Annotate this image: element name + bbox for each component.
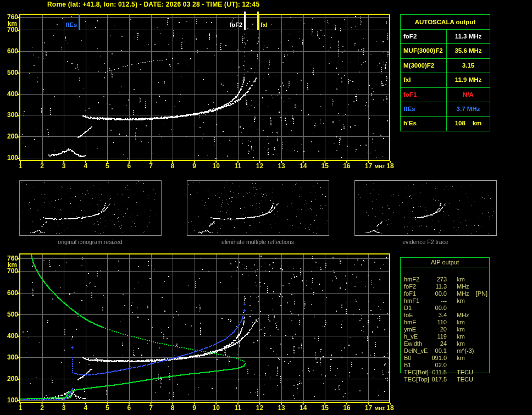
- aip-row-value: 02.0: [431, 362, 447, 369]
- aip-row-b0: B0091.0km: [400, 355, 494, 362]
- autoscala-row-fxi: fxI11.9 MHz: [401, 73, 490, 87]
- aip-row-fof1: foF100.0MHz[PN]: [400, 290, 494, 297]
- aip-row-unit: km: [457, 276, 465, 283]
- aip-row-value: 3.4: [431, 312, 447, 319]
- autoscala-row-fof2: foF211.3 MHz: [401, 29, 490, 43]
- aip-row-value: 119: [431, 333, 447, 340]
- aip-row-name: hmE: [404, 319, 431, 326]
- autoscala-row-value: 11.9 MHz: [447, 73, 490, 87]
- page-title: Rome (lat: +41.8, lon: 012.5) - DATE: 20…: [47, 1, 259, 8]
- aip-row-hmf1: hmF1---km: [400, 297, 494, 305]
- aip-row-name: DelN_vE: [404, 347, 431, 355]
- aip-row-value: 20: [431, 326, 447, 333]
- aip-row-name: ymE: [404, 326, 431, 333]
- autoscala-row-value: N/A: [447, 88, 490, 102]
- aip-row-unit: m^(-3): [457, 347, 474, 355]
- aip-row-value: 00.0: [431, 305, 447, 312]
- panel-caption-original: original ionogram resized: [19, 239, 161, 245]
- aip-row-unit: TECU: [457, 376, 473, 383]
- autoscala-table-rows: foF211.3 MHzMUF(3000)F235.6 MHzM(3000)F2…: [401, 29, 490, 131]
- aip-row-yme: ymE20km: [400, 326, 494, 333]
- aip-row-hme: hmE110km: [400, 319, 494, 326]
- aip-row-unit: TECU: [457, 369, 473, 376]
- autoscala-row-muf-3000-f2: MUF(3000)F235.6 MHz: [401, 43, 490, 58]
- aip-row-name: hmF1: [404, 297, 431, 305]
- autoscala-row-label: fxI: [401, 73, 447, 87]
- aip-row-name: B1: [404, 362, 431, 369]
- aip-row-name: hmF2: [404, 276, 431, 283]
- aip-table-rows: hmF2273kmfoF211.3MHzfoF100.0MHz[PN]hmF1-…: [400, 276, 494, 383]
- aip-row-value: 017.5: [431, 376, 447, 383]
- aip-row-value: 00.1: [431, 347, 447, 355]
- autoscala-table-header: AUTOSCALA output: [401, 15, 490, 29]
- autoscala-row-value: 3.15: [447, 59, 490, 73]
- autoscala-row-label: foF2: [401, 30, 447, 43]
- panel-caption-evidence: evidence F2 trace: [354, 239, 496, 245]
- aip-row-foe: foE3.4MHz: [400, 312, 494, 319]
- aip-row-value: 273: [431, 276, 447, 283]
- aip-row-name: foF2: [404, 283, 431, 290]
- aip-row-name: Ewidth: [404, 340, 431, 347]
- aip-row-b1: B102.0: [400, 362, 494, 369]
- aip-row-unit: km: [457, 326, 465, 333]
- autoscala-output-table: AUTOSCALA output foF211.3 MHzMUF(3000)F2…: [400, 14, 490, 131]
- aip-row-unit: MHz: [457, 283, 469, 290]
- aip-row-name: TEC[Bot]: [404, 369, 431, 376]
- aip-row-value: 011.5: [431, 369, 447, 376]
- autoscala-row-label: foF1: [401, 88, 447, 102]
- aip-row-hmf2: hmF2273km: [400, 276, 494, 283]
- aip-row-deln-ve: DelN_vE00.1m^(-3): [400, 347, 494, 355]
- panel-caption-eliminate: eliminate multiple reflections: [187, 239, 329, 245]
- aip-row-unit: km: [457, 355, 465, 362]
- aip-row-name: TEC[Top]: [404, 376, 431, 383]
- aip-row-unit: MHz: [457, 290, 469, 297]
- aip-row-value: 091.0: [431, 355, 447, 362]
- aip-row-value: 24: [431, 340, 447, 347]
- aip-row-tec-bot-: TEC[Bot]011.5TECU: [400, 369, 494, 376]
- autoscala-row-value: 35.6 MHz: [447, 44, 490, 58]
- aip-row-h-ve: h_vE119km: [400, 333, 494, 340]
- aip-row-name: h_vE: [404, 333, 431, 340]
- aip-row-name: D1: [404, 305, 431, 312]
- autoscala-row-value: 3.7 MHz: [447, 102, 490, 116]
- aip-row-name: foF1: [404, 290, 431, 297]
- autoscala-row-m-3000-f2: M(3000)F23.15: [401, 58, 490, 73]
- aip-row-fof2: foF211.3MHz: [400, 283, 494, 290]
- aip-row-unit: km: [457, 319, 465, 326]
- autoscala-row-label: ftEs: [401, 102, 447, 116]
- autoscala-row-label: h'Es: [401, 117, 447, 130]
- autoscala-row-value: 11.3 MHz: [447, 30, 490, 43]
- aip-row-value: 00.0: [431, 290, 447, 297]
- aip-row-unit: km: [457, 297, 465, 305]
- aip-row-unit: MHz: [457, 312, 469, 319]
- aip-row-name: foE: [404, 312, 431, 319]
- autoscala-row-h-es: h'Es108 km: [401, 116, 490, 130]
- aip-row-value: ---: [431, 297, 447, 305]
- aip-row-unit: km: [457, 333, 465, 340]
- aip-output-table: AIP output hmF2273kmfoF211.3MHzfoF100.0M…: [400, 257, 494, 383]
- autoscala-row-fof1: foF1N/A: [401, 87, 490, 102]
- aip-table-header: AIP output: [400, 257, 490, 268]
- aip-row-value: 110: [431, 319, 447, 326]
- aip-row-ewidth: Ewidth24km: [400, 340, 494, 347]
- autoscala-row-ftes: ftEs3.7 MHz: [401, 102, 490, 116]
- aip-row-extra: [PN]: [476, 290, 487, 297]
- aip-row-tec-top-: TEC[Top]017.5TECU: [400, 376, 494, 383]
- aip-row-name: B0: [404, 355, 431, 362]
- autoscala-row-label: M(3000)F2: [401, 59, 447, 73]
- autoscala-row-value: 108 km: [447, 117, 490, 130]
- aip-row-value: 11.3: [431, 283, 447, 290]
- aip-row-unit: km: [457, 340, 465, 347]
- aip-row-d1: D100.0: [400, 305, 494, 312]
- autoscala-screen: Rome (lat: +41.8, lon: 012.5) - DATE: 20…: [0, 0, 532, 415]
- autoscala-row-label: MUF(3000)F2: [401, 44, 447, 58]
